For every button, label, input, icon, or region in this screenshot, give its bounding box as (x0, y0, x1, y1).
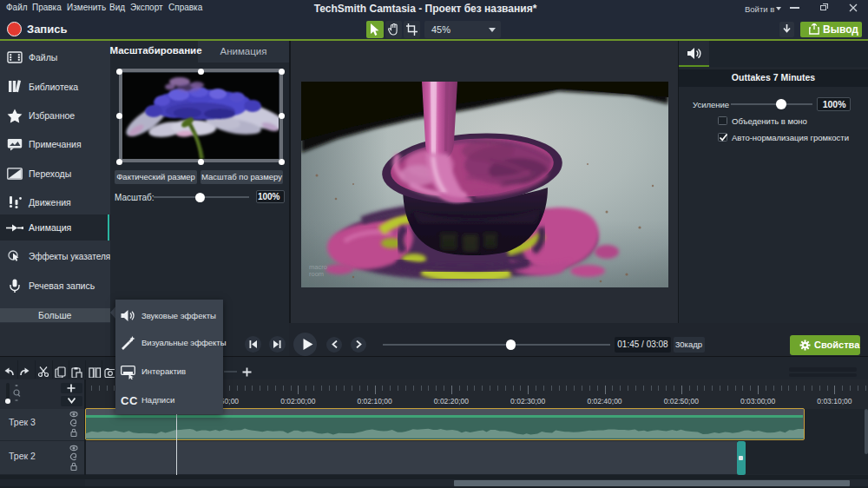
svg-text:room: room (309, 270, 324, 278)
